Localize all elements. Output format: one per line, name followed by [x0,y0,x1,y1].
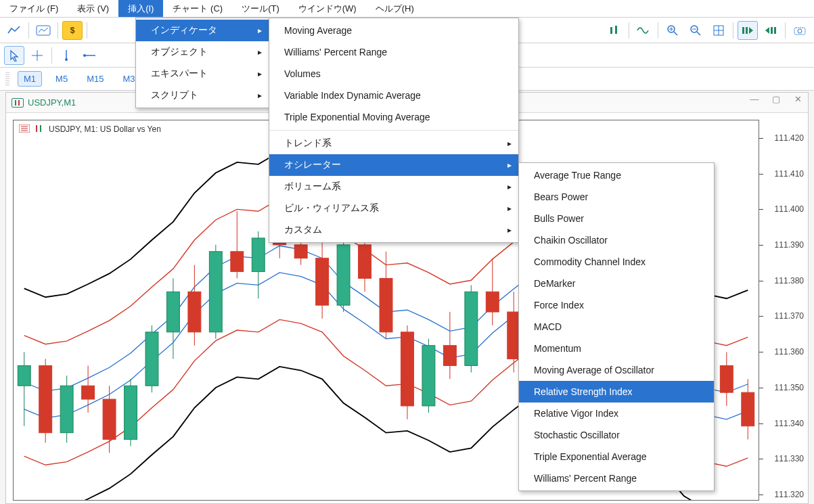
menubar: ファイル (F) 表示 (V) 挿入(I) チャート (C) ツール(T) ウイ… [0,0,814,18]
indicator_menu-item[interactable]: ボリューム系 [269,176,518,198]
maximize-icon[interactable]: ▢ [769,94,784,104]
oscillator_menu-item[interactable]: Williams' Percent Range [519,467,714,489]
indicator_menu-item[interactable]: オシレーター [269,154,518,176]
oscillator_menu-item[interactable]: Commodity Channel Index [519,251,714,273]
svg-rect-103 [742,392,754,426]
svg-rect-67 [359,245,371,279]
indicator_menu-item[interactable]: Triple Exponential Moving Average [269,106,518,128]
cursor-icon[interactable] [4,46,24,65]
svg-point-25 [83,54,86,57]
window-chart-icon[interactable] [33,21,53,40]
indicator_menu-item[interactable]: Variable Index Dynamic Average [269,85,518,106]
tf-m5[interactable]: M5 [50,72,73,86]
oscillator_menu-item[interactable]: Stochastic Oscillator [519,424,714,446]
y-tick: 111.400 [765,204,805,214]
insert-dropdown: インディケータオブジェクトエキスパートスクリプト [135,18,269,108]
oscillator_menu-item[interactable]: DeMarker [519,273,714,294]
svg-rect-53 [209,252,222,332]
oscillator_menu-item[interactable]: Triple Exponential Average [519,446,714,467]
y-tick: 111.380 [765,276,805,285]
svg-text:$: $ [70,26,75,35]
svg-rect-69 [380,278,392,331]
tf-m15[interactable]: M15 [81,72,109,86]
svg-rect-57 [252,238,265,272]
y-tick: 111.340 [765,419,805,428]
candles-green-icon[interactable] [604,21,625,40]
svg-rect-2 [610,27,612,34]
indicator_menu-item[interactable]: カスタム [269,219,518,241]
oscillator_menu-item[interactable]: Momentum [519,338,714,359]
scroll-end-icon[interactable] [738,21,758,40]
menu-tools[interactable]: ツール(T) [232,0,289,17]
y-tick: 111.360 [765,347,805,357]
indicator_menu-item[interactable]: トレンド系 [269,133,518,154]
y-tick: 111.410 [765,169,805,179]
oscillator_menu-item[interactable]: Chaikin Oscillator [519,229,714,251]
wave-icon[interactable] [633,21,654,40]
svg-rect-45 [125,386,137,439]
grip-icon [5,72,9,86]
svg-rect-15 [746,27,748,34]
menu-chart[interactable]: チャート (C) [163,0,232,17]
oscillator_menu-item[interactable]: Bears Power [519,186,714,208]
svg-rect-47 [145,332,158,386]
svg-rect-43 [103,399,116,440]
svg-rect-63 [316,258,329,305]
close-icon[interactable]: ✕ [790,94,805,104]
oscillator_menu-item[interactable]: Relative Vigor Index [519,403,714,424]
menu-window[interactable]: ウインドウ(W) [289,0,366,17]
svg-line-5 [674,32,677,35]
candles-icon [34,124,45,134]
insert_menu-item[interactable]: スクリプト [136,85,269,106]
minimize-icon[interactable]: — [747,94,762,104]
oscillator_menu-item[interactable]: Relative Strength Index [519,381,714,403]
svg-rect-26 [15,100,16,106]
indicator_menu-item[interactable]: Moving Average [269,20,518,41]
menu-insert[interactable]: 挿入(I) [118,0,163,17]
svg-rect-37 [39,365,52,432]
camera-icon[interactable] [790,21,810,40]
menu-file[interactable]: ファイル (F) [0,0,68,17]
svg-rect-27 [18,100,20,106]
svg-rect-71 [401,332,414,406]
svg-rect-49 [166,292,179,332]
y-tick: 111.370 [765,311,805,321]
crosshair-icon[interactable] [27,46,47,65]
svg-rect-77 [465,292,478,365]
svg-rect-55 [231,252,244,272]
oscillator_menu-item[interactable]: MACD [519,316,714,338]
svg-rect-101 [720,365,733,392]
chart-tab-title: USDJPY,M1 [28,97,76,108]
svg-rect-75 [443,346,456,366]
svg-rect-79 [486,292,499,312]
oscillator_menu-item[interactable]: Average True Range [519,164,714,186]
line-chart-icon[interactable] [4,21,24,40]
y-tick: 111.390 [765,240,805,250]
insert_menu-item[interactable]: エキスパート [136,63,269,85]
shift-icon[interactable] [761,21,781,40]
oscillator_menu-item[interactable]: Bulls Power [519,208,714,229]
y-tick: 111.350 [765,383,805,392]
indicator_menu-item[interactable]: Volumes [269,63,518,85]
svg-rect-65 [337,245,350,305]
dollar-icon[interactable]: $ [62,21,83,40]
grid-icon[interactable] [708,21,729,40]
indicator_menu-item[interactable]: Williams' Percent Range [269,41,518,63]
oscillator_menu-item[interactable]: Moving Average of Oscillator [519,359,714,381]
svg-rect-16 [771,27,773,34]
svg-rect-33 [40,125,41,132]
insert_menu-item[interactable]: インディケータ [136,20,269,41]
menu-view[interactable]: 表示 (V) [68,0,118,17]
tf-m1[interactable]: M1 [18,71,42,87]
chart-pair-label: USDJPY, M1: US Dollar vs Yen [19,124,161,134]
zoom-in-icon[interactable] [662,21,683,40]
oscillator_menu-item[interactable]: Force Index [519,294,714,316]
vline-icon[interactable] [56,46,76,65]
y-axis: 111.420111.410111.400111.390111.380111.3… [765,133,805,499]
insert_menu-item[interactable]: オブジェクト [136,41,269,63]
menu-help[interactable]: ヘルプ(H) [366,0,424,17]
zoom-out-icon[interactable] [685,21,706,40]
indicator_menu-item[interactable]: ビル・ウィリアムス系 [269,198,518,219]
hline-icon[interactable] [79,46,99,65]
candle-tag-icon [12,98,24,108]
